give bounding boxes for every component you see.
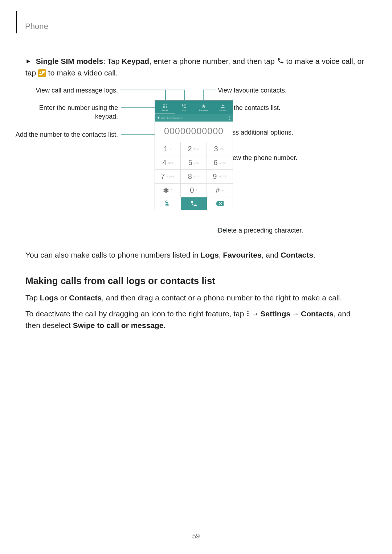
svg-rect-7 xyxy=(164,107,165,108)
svg-rect-0 xyxy=(163,104,164,105)
callout-favourites: View favourite contacts. xyxy=(218,86,327,95)
svg-rect-6 xyxy=(163,107,164,108)
tab-keypad[interactable]: Keypad xyxy=(155,100,175,114)
svg-rect-1 xyxy=(164,104,165,105)
key-9[interactable]: 9WXYZ xyxy=(207,169,233,183)
intro-bold-model: Single SIM models xyxy=(36,57,103,65)
triangle-bullet-icon: ► xyxy=(25,58,32,65)
video-call-icon xyxy=(38,69,46,77)
intro-bold-keypad: Keypad xyxy=(122,57,149,65)
svg-point-13 xyxy=(248,313,249,314)
after-diagram-paragraph: You can also make calls to phone numbers… xyxy=(25,250,367,260)
intro-paragraph: ► Single SIM models: Tap Keypad, enter a… xyxy=(25,56,367,78)
page-header: Phone xyxy=(16,11,367,33)
backspace-button[interactable] xyxy=(207,197,233,210)
tab-logs[interactable]: Logs xyxy=(175,100,194,114)
phone-mock: Keypad Logs Favourites Contacts + Add to… xyxy=(155,100,233,210)
svg-rect-3 xyxy=(163,106,164,106)
key-star[interactable]: ✱P xyxy=(155,183,181,197)
tab-logs-label: Logs xyxy=(182,109,186,111)
callout-addcontact: Add the number to the contacts list. xyxy=(15,131,118,139)
callout-options: Access additional options. xyxy=(218,128,327,137)
svg-rect-2 xyxy=(166,104,167,105)
tab-keypad-label: Keypad xyxy=(162,109,168,111)
key-3[interactable]: 3DEF xyxy=(207,142,233,156)
voice-call-button[interactable] xyxy=(181,197,207,210)
number-display: 00000000000 xyxy=(155,122,233,142)
phone-icon xyxy=(277,56,284,67)
key-2[interactable]: 2ABC xyxy=(181,142,207,156)
callout-keypad: Enter the number using the keypad. xyxy=(25,104,118,121)
tab-contacts-label: Contacts xyxy=(219,109,226,111)
plus-icon: + xyxy=(157,115,160,120)
tab-favourites[interactable]: Favourites xyxy=(194,100,213,114)
key-8[interactable]: 8TUV xyxy=(181,169,207,183)
more-vertical-icon xyxy=(246,309,250,320)
svg-point-11 xyxy=(229,119,230,120)
callout-delete: Delete a preceding character. xyxy=(218,226,334,235)
key-5[interactable]: 5JKL xyxy=(181,156,207,169)
key-hash[interactable]: #⇆ xyxy=(207,183,233,197)
tab-contacts[interactable]: Contacts xyxy=(213,100,233,114)
key-1[interactable]: 1∞ xyxy=(155,142,181,156)
key-7[interactable]: 7PQRS xyxy=(155,169,181,183)
section-heading: Making calls from call logs or contacts … xyxy=(25,275,367,287)
add-to-contacts-row[interactable]: + Add to Contacts xyxy=(155,114,233,122)
svg-rect-8 xyxy=(166,107,167,108)
keypad-grid: 1∞ 2ABC 3DEF 4GHI 5JKL 6MNO 7PQRS 8TUV 9… xyxy=(155,142,233,197)
page-number: 59 xyxy=(0,532,392,540)
svg-point-12 xyxy=(248,311,249,312)
action-row xyxy=(155,197,233,210)
tab-favourites-label: Favourites xyxy=(199,109,208,111)
svg-point-14 xyxy=(248,315,249,316)
callout-preview: Preview the phone number. xyxy=(218,154,327,162)
section-title: Phone xyxy=(25,22,48,31)
svg-rect-5 xyxy=(166,106,167,106)
svg-rect-4 xyxy=(164,106,165,106)
video-call-button[interactable] xyxy=(155,197,181,210)
section2-p2: To deactivate the call by dragging an ic… xyxy=(25,308,367,331)
key-0[interactable]: 0+ xyxy=(181,183,207,197)
key-4[interactable]: 4GHI xyxy=(155,156,181,169)
svg-point-9 xyxy=(229,116,230,117)
section2-p1: Tap Logs or Contacts, and then drag a co… xyxy=(25,292,367,303)
phone-diagram: View call and message logs. Enter the nu… xyxy=(25,85,367,241)
callout-contacts: View the contacts list. xyxy=(218,104,327,112)
add-to-contacts-label: Add to Contacts xyxy=(161,116,182,120)
callout-logs: View call and message logs. xyxy=(25,86,118,95)
key-6[interactable]: 6MNO xyxy=(207,156,233,169)
phone-tabs: Keypad Logs Favourites Contacts xyxy=(155,100,233,114)
svg-point-10 xyxy=(229,118,230,119)
more-icon[interactable] xyxy=(229,115,230,121)
